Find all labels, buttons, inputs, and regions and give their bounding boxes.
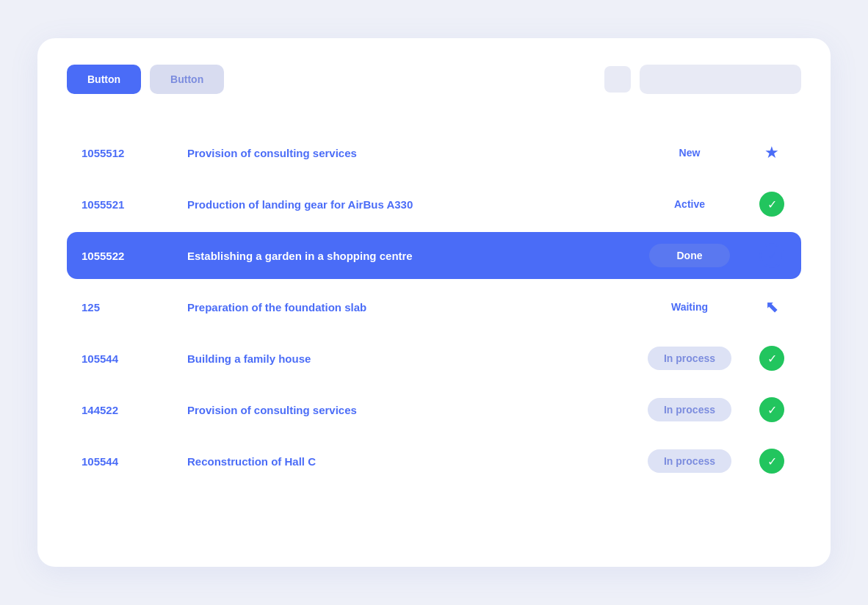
check-green-icon: ✓ bbox=[759, 449, 784, 474]
table-row[interactable]: 144522Provision of consulting servicesIn… bbox=[67, 386, 801, 433]
row-name: Building a family house bbox=[176, 352, 631, 365]
search-box[interactable] bbox=[640, 65, 801, 94]
row-id: 105544 bbox=[73, 352, 176, 365]
row-status-col: In process bbox=[631, 449, 748, 473]
row-name: Establishing a garden in a shopping cent… bbox=[176, 250, 631, 262]
table-row[interactable]: 1055512Provision of consulting servicesN… bbox=[67, 129, 801, 176]
row-name: Production of landing gear for AirBus A3… bbox=[176, 198, 631, 211]
filter-icon-placeholder[interactable] bbox=[604, 66, 631, 93]
status-badge: In process bbox=[648, 449, 731, 473]
row-id: 105544 bbox=[73, 455, 176, 468]
table-row[interactable]: 1055522Establishing a garden in a shoppi… bbox=[67, 232, 801, 279]
check-green-icon: ✓ bbox=[759, 397, 784, 422]
row-name: Reconstruction of Hall C bbox=[176, 455, 631, 468]
status-badge: Active bbox=[649, 192, 730, 216]
check-green-icon: ✓ bbox=[759, 192, 784, 217]
secondary-button[interactable]: Button bbox=[150, 65, 224, 94]
status-badge: In process bbox=[648, 347, 731, 370]
row-status-col: In process bbox=[631, 398, 748, 421]
main-card: Button Button 1055512Provision of consul… bbox=[37, 38, 831, 567]
row-id: 1055512 bbox=[73, 147, 176, 159]
row-action-icon[interactable]: ⬉ bbox=[748, 297, 795, 316]
row-name: Provision of consulting services bbox=[176, 404, 631, 416]
row-id: 1055521 bbox=[73, 198, 176, 211]
row-status-col: Waiting bbox=[631, 295, 748, 319]
row-id: 1055522 bbox=[73, 250, 176, 262]
check-outline-icon: ✓ bbox=[759, 243, 784, 268]
status-badge: In process bbox=[648, 398, 731, 421]
primary-button[interactable]: Button bbox=[67, 65, 141, 94]
table-row[interactable]: 1055521Production of landing gear for Ai… bbox=[67, 181, 801, 228]
row-action-icon[interactable]: ✓ bbox=[748, 346, 795, 371]
row-name: Provision of consulting services bbox=[176, 147, 631, 159]
row-id: 144522 bbox=[73, 404, 176, 416]
status-badge: Done bbox=[649, 244, 730, 267]
toolbar-right bbox=[604, 65, 801, 94]
trending-icon: ⬉ bbox=[765, 297, 778, 316]
check-green-icon: ✓ bbox=[759, 346, 784, 371]
star-icon: ★ bbox=[764, 143, 779, 162]
table-row[interactable]: 105544Reconstruction of Hall CIn process… bbox=[67, 438, 801, 485]
row-action-icon[interactable]: ✓ bbox=[748, 449, 795, 474]
status-badge: New bbox=[649, 141, 730, 164]
row-status-col: Active bbox=[631, 192, 748, 216]
table-container: 1055512Provision of consulting servicesN… bbox=[67, 129, 801, 485]
row-status-col: In process bbox=[631, 347, 748, 370]
row-id: 125 bbox=[73, 301, 176, 314]
row-status-col: New bbox=[631, 141, 748, 164]
toolbar-left: Button Button bbox=[67, 65, 224, 94]
row-name: Preparation of the foundation slab bbox=[176, 301, 631, 314]
row-status-col: Done bbox=[631, 244, 748, 267]
table-row[interactable]: 105544Building a family houseIn process✓ bbox=[67, 335, 801, 382]
row-action-icon[interactable]: ✓ bbox=[748, 397, 795, 422]
row-action-icon[interactable]: ✓ bbox=[748, 243, 795, 268]
status-badge: Waiting bbox=[649, 295, 730, 319]
table-row[interactable]: 125Preparation of the foundation slabWai… bbox=[67, 283, 801, 330]
toolbar: Button Button bbox=[67, 65, 801, 94]
row-action-icon[interactable]: ✓ bbox=[748, 192, 795, 217]
row-action-icon[interactable]: ★ bbox=[748, 143, 795, 162]
